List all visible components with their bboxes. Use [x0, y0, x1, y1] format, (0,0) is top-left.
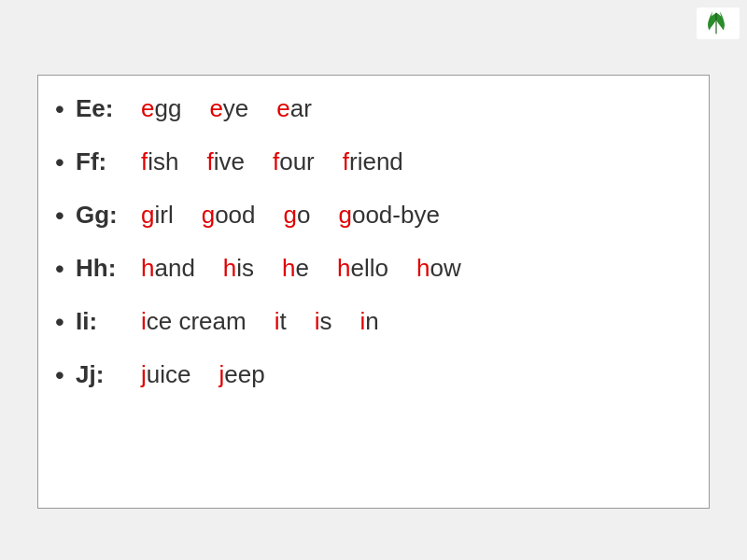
word: how [416, 254, 461, 283]
row-label: Ff: [76, 147, 132, 176]
word-initial: e [276, 94, 289, 122]
word: jeep [218, 360, 264, 389]
word-initial: e [141, 94, 154, 122]
word-initial: f [206, 147, 213, 175]
row-words: handhishehellohow [141, 254, 461, 283]
word: ear [276, 94, 312, 123]
word-rest: gg [154, 94, 181, 122]
word: fish [141, 147, 178, 176]
row-words: juicejeep [141, 360, 265, 389]
word: good [202, 201, 256, 230]
word-rest: n [365, 307, 378, 335]
word: in [360, 307, 379, 336]
word-initial: h [416, 254, 430, 282]
word-initial: h [337, 254, 350, 282]
word-rest: ar [290, 94, 312, 122]
watermark [697, 7, 740, 39]
word-rest: ow [430, 254, 460, 282]
word-rest: is [236, 254, 254, 282]
word-initial: g [202, 201, 215, 229]
row-label: Gg: [76, 201, 132, 230]
word-initial: h [223, 254, 236, 282]
word-rest: ye [223, 94, 248, 122]
word-initial: g [141, 201, 154, 229]
word: hand [141, 254, 195, 283]
word: four [273, 147, 315, 176]
word-rest: irl [154, 201, 173, 229]
word-initial: e [209, 94, 222, 122]
list-item: Ff:fishfivefourfriend [76, 147, 681, 176]
content-box: Ee:eggeyeearFf:fishfivefourfriendGg:girl… [37, 75, 710, 509]
word-rest: ive [214, 147, 245, 175]
row-words: ice creamitisin [141, 307, 379, 336]
word-rest: t [279, 307, 286, 335]
word-rest: ello [351, 254, 388, 282]
word-rest: riend [349, 147, 403, 175]
word-rest: e [296, 254, 309, 282]
word: his [223, 254, 254, 283]
word: he [282, 254, 309, 283]
word: good-bye [338, 201, 439, 230]
word: eye [209, 94, 248, 123]
row-label: Jj: [76, 360, 132, 389]
row-label: Hh: [76, 254, 132, 283]
word-rest: ood [215, 201, 255, 229]
row-words: girlgoodgogood-bye [141, 201, 440, 230]
word: juice [141, 360, 190, 389]
word: is [315, 307, 332, 336]
list-item: Ee:eggeyeear [76, 94, 681, 123]
word-rest: ce cream [147, 307, 247, 335]
word-rest: uice [147, 360, 191, 388]
row-label: Ee: [76, 94, 132, 123]
word: five [206, 147, 244, 176]
word-rest: o [297, 201, 310, 229]
word: girl [141, 201, 174, 230]
word: friend [343, 147, 403, 176]
word-initial: g [338, 201, 351, 229]
word-initial: h [282, 254, 295, 282]
list-item: Ii:ice creamitisin [76, 307, 681, 336]
row-label: Ii: [76, 307, 132, 336]
row-words: fishfivefourfriend [141, 147, 403, 176]
list-item: Gg:girlgoodgogood-bye [76, 201, 681, 230]
leaf-icon [702, 9, 730, 37]
word: egg [141, 94, 181, 123]
word-rest: and [154, 254, 194, 282]
word: ice cream [141, 307, 247, 336]
list-item: Jj:juicejeep [76, 360, 681, 389]
row-words: eggeyeear [141, 94, 312, 123]
word-list: Ee:eggeyeearFf:fishfivefourfriendGg:girl… [76, 94, 681, 389]
word-initial: h [141, 254, 154, 282]
word-initial: g [284, 201, 297, 229]
word: it [275, 307, 287, 336]
list-item: Hh:handhishehellohow [76, 254, 681, 283]
word: hello [337, 254, 388, 283]
word-rest: s [320, 307, 332, 335]
word-rest: ish [148, 147, 178, 175]
word-initial: f [343, 147, 349, 175]
word-rest: ood-bye [352, 201, 440, 229]
word-rest: our [279, 147, 315, 175]
word-rest: eep [224, 360, 264, 388]
word: go [284, 201, 311, 230]
